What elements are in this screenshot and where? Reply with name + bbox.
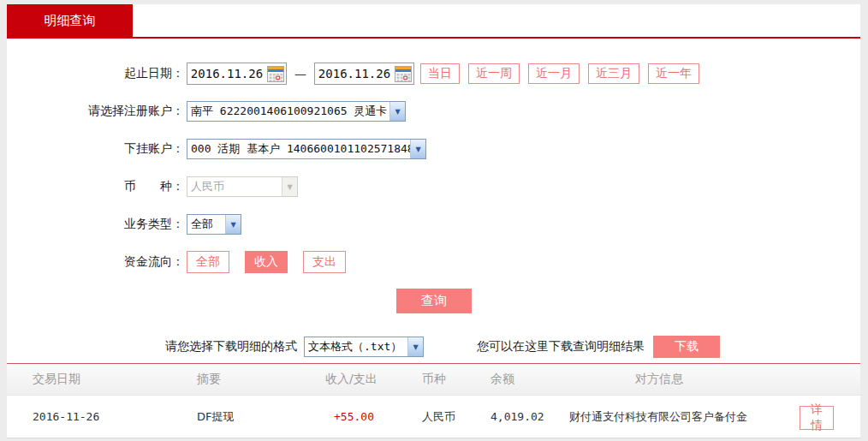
start-date-input[interactable]: 2016.11.26 (187, 63, 287, 85)
sub-account-select[interactable]: 000 活期 基本户 1406600101102571848 ▼ (187, 139, 426, 159)
chevron-down-icon: ▼ (389, 102, 405, 121)
col-header-amount: 收入/支出 (325, 372, 422, 387)
col-header-summary: 摘要 (197, 372, 325, 387)
cell-date: 2016-11-26 (33, 410, 197, 423)
col-header-balance: 余额 (490, 372, 569, 387)
end-date-value: 2016.11.26 (315, 67, 394, 80)
cell-action: 详情 (786, 403, 860, 430)
tab-detail-query[interactable]: 明细查询 (7, 4, 133, 37)
table-header-row: 交易日期 摘要 收入/支出 币种 余额 对方信息 (7, 363, 860, 396)
table-row: 2016-11-26 DF提现 +55.00 人民币 4,019.02 财付通支… (7, 396, 860, 438)
fund-flow-label: 资金流向： (7, 254, 184, 270)
cell-balance: 4,019.02 (490, 410, 569, 423)
flow-income-button[interactable]: 收入 (245, 251, 288, 273)
detail-button[interactable]: 详情 (800, 406, 834, 430)
tab-bar: 明细查询 (7, 4, 860, 39)
business-type-label: 业务类型： (7, 217, 184, 232)
register-account-value: 南平 6222001406100921065 灵通卡 (191, 104, 387, 119)
calendar-icon[interactable] (394, 64, 413, 83)
range-today-button[interactable]: 当日 (420, 63, 460, 84)
chevron-down-icon: ▼ (225, 215, 241, 234)
download-hint: 您可以在这里下载查询明细结果 (477, 339, 645, 355)
flow-all-button[interactable]: 全部 (187, 251, 229, 273)
chevron-down-icon: ▼ (410, 140, 425, 158)
col-header-currency: 币种 (422, 372, 490, 387)
chevron-down-icon: ▼ (407, 337, 423, 356)
download-format-value: 文本格式（.txt） (308, 339, 401, 355)
col-header-date: 交易日期 (33, 372, 197, 387)
sub-account-label: 下挂账户： (7, 141, 184, 157)
currency-value: 人民币 (191, 179, 224, 194)
col-header-counterparty: 对方信息 (569, 372, 786, 387)
register-account-select[interactable]: 南平 6222001406100921065 灵通卡 ▼ (187, 101, 406, 122)
cell-amount: +55.00 (325, 410, 422, 423)
query-form: 起止日期： 2016.11.26 (7, 63, 860, 289)
register-account-label: 请选择注册账户： (7, 104, 184, 119)
sub-account-row: 下挂账户： 000 活期 基本户 1406600101102571848 ▼ (7, 138, 860, 160)
date-range-label: 起止日期： (7, 66, 184, 81)
download-format-label: 请您选择下载明细的格式 (165, 339, 297, 355)
flow-expense-button[interactable]: 支出 (303, 251, 346, 273)
date-range-separator: — (294, 67, 306, 80)
date-range-row: 起止日期： 2016.11.26 (7, 63, 860, 85)
sub-account-value: 000 活期 基本户 1406600101102571848 (191, 141, 410, 157)
download-row: 请您选择下载明细的格式 文本格式（.txt） ▼ 您可以在这里下载查询明细结果 … (7, 336, 860, 358)
content-panel: 明细查询 起止日期： 2016.11.26 (7, 4, 860, 438)
currency-row: 币 种： 人民币 ▼ (7, 176, 860, 198)
currency-label: 币 种： (7, 179, 184, 194)
business-type-value: 全部 (191, 217, 213, 232)
cell-counterparty: 财付通支付科技有限公司客户备付金 (569, 409, 786, 425)
query-button[interactable]: 查询 (396, 289, 472, 313)
range-3months-button[interactable]: 近三月 (588, 63, 639, 84)
cell-currency: 人民币 (422, 409, 490, 425)
result-table: 交易日期 摘要 收入/支出 币种 余额 对方信息 2016-11-26 DF提现… (7, 363, 860, 438)
download-button[interactable]: 下载 (653, 336, 720, 358)
range-month-button[interactable]: 近一月 (528, 63, 580, 84)
currency-select: 人民币 ▼ (187, 176, 298, 197)
start-date-value: 2016.11.26 (187, 67, 266, 80)
range-week-button[interactable]: 近一周 (468, 63, 520, 84)
chevron-down-icon: ▼ (282, 177, 297, 196)
business-type-select[interactable]: 全部 ▼ (187, 214, 241, 235)
range-year-button[interactable]: 近一年 (648, 63, 699, 84)
download-format-select[interactable]: 文本格式（.txt） ▼ (304, 337, 424, 357)
cell-summary: DF提现 (197, 409, 325, 425)
register-account-row: 请选择注册账户： 南平 6222001406100921065 灵通卡 ▼ (7, 100, 860, 122)
business-type-row: 业务类型： 全部 ▼ (7, 213, 860, 235)
end-date-input[interactable]: 2016.11.26 (314, 63, 414, 85)
calendar-icon[interactable] (266, 64, 285, 83)
fund-flow-row: 资金流向： 全部 收入 支出 (7, 251, 860, 273)
